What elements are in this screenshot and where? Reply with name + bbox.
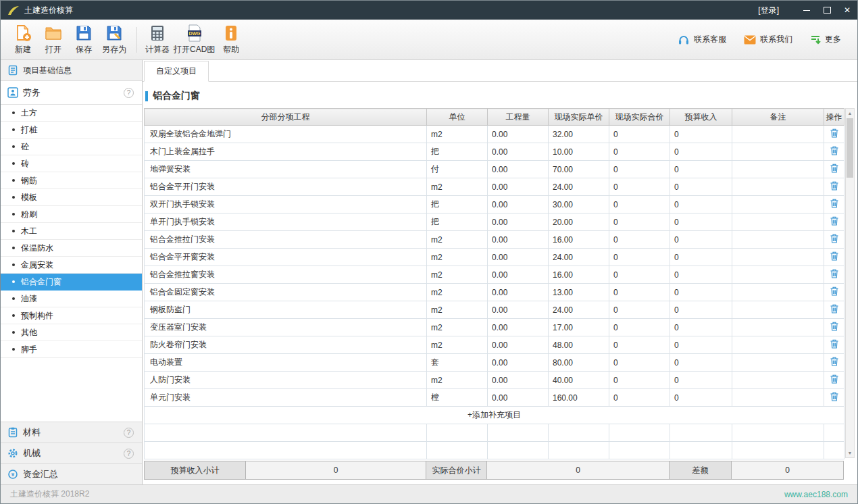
cell-qty[interactable]: 0.00	[488, 354, 549, 372]
delete-row-icon[interactable]	[830, 286, 838, 296]
cell-name[interactable]: 铝合金平开门安装	[145, 178, 427, 196]
cell-name[interactable]: 铝合金推拉门安装	[145, 231, 427, 249]
cell-price[interactable]: 24.00	[549, 178, 609, 196]
cell-qty[interactable]: 0.00	[488, 284, 549, 301]
cell-qty[interactable]: 0.00	[488, 161, 549, 178]
cell-total[interactable]: 0	[609, 354, 670, 372]
cell-unit[interactable]: 付	[427, 161, 488, 178]
sidebar-section-labor[interactable]: 劳务 ?	[1, 81, 142, 105]
cell-qty[interactable]: 0.00	[488, 266, 549, 284]
cell-note[interactable]	[732, 178, 824, 196]
cell-budget[interactable]: 0	[670, 213, 732, 231]
cell-qty[interactable]: 0.00	[488, 372, 549, 389]
cell-budget[interactable]: 0	[670, 196, 732, 213]
scroll-down-icon[interactable]: ▼	[846, 449, 854, 457]
cell-unit[interactable]: 把	[427, 143, 488, 161]
cell-total[interactable]: 0	[609, 178, 670, 196]
maximize-button[interactable]	[817, 1, 837, 20]
cell-budget[interactable]: 0	[670, 389, 732, 407]
machinery-help-icon[interactable]: ?	[124, 449, 134, 459]
delete-row-icon[interactable]	[830, 163, 838, 173]
cell-budget[interactable]: 0	[670, 249, 732, 266]
delete-row-icon[interactable]	[830, 181, 838, 191]
sidebar-item-12[interactable]: 预制构件	[1, 307, 142, 324]
cell-qty[interactable]: 0.00	[488, 319, 549, 336]
delete-row-icon[interactable]	[830, 339, 838, 349]
cell-note[interactable]	[732, 354, 824, 372]
delete-row-icon[interactable]	[830, 216, 838, 226]
cell-name[interactable]: 单开门执手锁安装	[145, 213, 427, 231]
cell-price[interactable]: 24.00	[549, 301, 609, 319]
cell-price[interactable]: 48.00	[549, 336, 609, 354]
sidebar-item-2[interactable]: 砼	[1, 138, 142, 155]
cell-unit[interactable]: m2	[427, 336, 488, 354]
delete-row-icon[interactable]	[830, 357, 838, 366]
sidebar-item-3[interactable]: 砖	[1, 155, 142, 172]
cell-budget[interactable]: 0	[670, 161, 732, 178]
delete-row-icon[interactable]	[830, 374, 838, 384]
sidebar-item-9[interactable]: 金属安装	[1, 257, 142, 274]
cell-total[interactable]: 0	[609, 126, 670, 143]
cell-unit[interactable]: 套	[427, 354, 488, 372]
cell-budget[interactable]: 0	[670, 178, 732, 196]
delete-row-icon[interactable]	[830, 269, 838, 278]
cell-price[interactable]: 30.00	[549, 196, 609, 213]
cell-budget[interactable]: 0	[670, 354, 732, 372]
scrollbar-thumb[interactable]	[847, 118, 853, 178]
cell-price[interactable]: 16.00	[549, 266, 609, 284]
cell-name[interactable]: 防火卷帘门安装	[145, 336, 427, 354]
sidebar-item-11[interactable]: 油漆	[1, 291, 142, 307]
cell-budget[interactable]: 0	[670, 266, 732, 284]
cell-total[interactable]: 0	[609, 266, 670, 284]
cell-budget[interactable]: 0	[670, 319, 732, 336]
website-link[interactable]: www.aec188.com	[784, 490, 848, 499]
sidebar-item-0[interactable]: 土方	[1, 105, 142, 122]
save-as-button[interactable]: 另存为	[100, 24, 128, 55]
cell-note[interactable]	[732, 196, 824, 213]
cell-unit[interactable]: m2	[427, 178, 488, 196]
cell-name[interactable]: 铝合金推拉窗安装	[145, 266, 427, 284]
cell-qty[interactable]: 0.00	[488, 389, 549, 407]
cell-unit[interactable]: m2	[427, 249, 488, 266]
save-button[interactable]: 保存	[70, 24, 98, 55]
cell-unit[interactable]: m2	[427, 284, 488, 301]
cell-name[interactable]: 电动装置	[145, 354, 427, 372]
cell-note[interactable]	[732, 301, 824, 319]
cell-qty[interactable]: 0.00	[488, 301, 549, 319]
cell-price[interactable]: 70.00	[549, 161, 609, 178]
cell-note[interactable]	[732, 389, 824, 407]
cell-name[interactable]: 双开门执手锁安装	[145, 196, 427, 213]
cell-name[interactable]: 铝合金平开窗安装	[145, 249, 427, 266]
cell-name[interactable]: 变压器室门安装	[145, 319, 427, 336]
cell-qty[interactable]: 0.00	[488, 213, 549, 231]
cell-unit[interactable]: m2	[427, 301, 488, 319]
cell-note[interactable]	[732, 319, 824, 336]
scroll-up-icon[interactable]: ▲	[846, 109, 854, 118]
sidebar-item-4[interactable]: 钢筋	[1, 172, 142, 189]
cell-note[interactable]	[732, 126, 824, 143]
cell-unit[interactable]: 把	[427, 213, 488, 231]
sidebar-item-10[interactable]: 铝合金门窗	[1, 274, 142, 291]
cell-name[interactable]: 铝合金固定窗安装	[145, 284, 427, 301]
open-button[interactable]: 打开	[39, 24, 68, 55]
cell-unit[interactable]: m2	[427, 231, 488, 249]
cell-name[interactable]: 地弹簧安装	[145, 161, 427, 178]
minimize-button[interactable]	[797, 1, 817, 20]
cell-qty[interactable]: 0.00	[488, 143, 549, 161]
cell-total[interactable]: 0	[609, 284, 670, 301]
help-button[interactable]: 帮助	[217, 24, 245, 55]
vertical-scrollbar[interactable]: ▲ ▼	[845, 108, 855, 458]
cell-qty[interactable]: 0.00	[488, 231, 549, 249]
sidebar-item-7[interactable]: 木工	[1, 223, 142, 240]
sidebar-item-14[interactable]: 脚手	[1, 341, 142, 358]
cell-price[interactable]: 10.00	[549, 143, 609, 161]
materials-help-icon[interactable]: ?	[124, 428, 134, 438]
open-cad-button[interactable]: DWG 打开CAD图	[174, 24, 215, 55]
close-button[interactable]: ✕	[837, 1, 857, 20]
delete-row-icon[interactable]	[830, 199, 838, 208]
cell-unit[interactable]: 把	[427, 196, 488, 213]
cell-name[interactable]: 人防门安装	[145, 372, 427, 389]
cell-unit[interactable]: m2	[427, 319, 488, 336]
cell-total[interactable]: 0	[609, 249, 670, 266]
cell-budget[interactable]: 0	[670, 126, 732, 143]
